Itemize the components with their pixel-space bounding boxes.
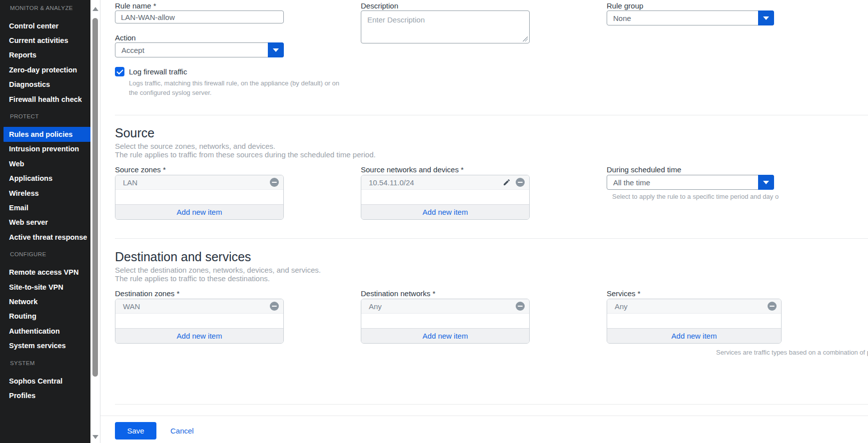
list-item: WAN [115,299,283,314]
remove-item-icon[interactable] [270,302,279,311]
sidebar-section-monitor-analyze: MONITOR & ANALYZE [0,5,90,18]
sidebar-item-site-to-site-vpn[interactable]: Site-to-site VPN [3,280,90,294]
add-new-item-button[interactable]: Add new item [361,204,529,219]
cancel-button[interactable]: Cancel [170,427,194,435]
rule-name-label: Rule name * [115,1,156,10]
chevron-down-icon [273,48,279,52]
chevron-down-icon [763,16,769,20]
rule-group-dropdown-button[interactable] [758,10,774,25]
sidebar-item-rules-and-policies[interactable]: Rules and policies [3,127,90,141]
destination-subtitle-1: Select the destination zones, networks, … [115,266,321,274]
list-item: Any [607,299,781,314]
action-dropdown[interactable]: Accept [115,42,284,57]
listbox-empty-area [115,190,283,204]
destination-zones-listbox: WAN Add new item [115,299,284,344]
minus-bar [272,306,277,307]
sidebar-item-wireless[interactable]: Wireless [3,186,90,200]
during-scheduled-time-value: All the time [607,175,758,189]
listbox-empty-area [115,314,283,328]
description-textarea[interactable] [361,10,530,43]
log-firewall-traffic-label[interactable]: Log firewall traffic [129,67,187,76]
listbox-empty-area [361,190,529,204]
main-content: Rule name * Description Rule group None … [100,0,868,443]
sidebar-item-zero-day-protection[interactable]: Zero-day protection [3,62,90,77]
add-new-item-button[interactable]: Add new item [115,328,283,343]
source-zones-label: Source zones * [115,165,166,174]
during-scheduled-time-button[interactable] [758,175,774,190]
services-listbox: Any Add new item [607,299,782,344]
rule-group-dropdown-value: None [607,11,758,25]
rule-group-label: Rule group [607,1,643,10]
listbox-empty-area [361,314,529,328]
action-dropdown-value: Accept [115,43,268,57]
list-item-label: LAN [123,178,270,187]
sidebar-item-diagnostics[interactable]: Diagnostics [3,77,90,92]
sidebar-scrollbar[interactable] [90,0,100,443]
sidebar-item-control-center[interactable]: Control center [3,18,90,33]
listbox-empty-area [607,314,781,328]
sidebar-item-web-server[interactable]: Web server [3,215,90,230]
log-firewall-traffic-help-1: Logs traffic, matching this firewall rul… [129,78,339,88]
sidebar-item-email[interactable]: Email [3,200,90,215]
add-new-item-button[interactable]: Add new item [115,204,283,219]
sidebar-item-sophos-central[interactable]: Sophos Central [3,374,90,388]
list-item: LAN [115,175,283,190]
sidebar-section-configure: CONFIGURE [0,251,90,265]
edit-pencil-icon[interactable] [503,178,511,187]
destination-zones-label: Destination zones * [115,289,179,298]
scrollbar-thumb[interactable] [92,18,98,377]
add-new-item-button[interactable]: Add new item [607,328,781,343]
rule-group-dropdown[interactable]: None [607,10,774,25]
remove-item-icon[interactable] [516,178,525,187]
save-button[interactable]: Save [115,422,156,440]
scrollbar-down-arrow-icon[interactable] [92,435,98,439]
description-field [361,10,530,43]
sidebar-item-authentication[interactable]: Authentication [3,324,90,338]
sidebar-item-applications[interactable]: Applications [3,171,90,186]
remove-item-icon[interactable] [270,178,279,187]
scrollbar-up-arrow-icon[interactable] [92,7,98,11]
add-new-item-button[interactable]: Add new item [361,328,529,343]
remove-item-icon[interactable] [768,302,777,311]
minus-bar [770,306,775,307]
sidebar-item-profiles[interactable]: Profiles [3,388,90,403]
source-subtitle-2: The rule applies to traffic from these s… [115,150,376,159]
footer-divider [100,416,868,416]
services-help: Services are traffic types based on a co… [716,348,868,357]
during-scheduled-time-help: Select to apply the rule to a specific t… [612,192,779,201]
action-label: Action [115,33,136,42]
sidebar-item-firewall-health-check[interactable]: Firewall health check [3,92,90,106]
sidebar-section-system: SYSTEM [0,360,90,374]
sidebar-item-intrusion-prevention[interactable]: Intrusion prevention [3,142,90,156]
list-item: Any [361,299,529,314]
check-icon [116,67,123,74]
action-dropdown-button[interactable] [268,42,284,57]
log-firewall-traffic-help-2: the configured syslog server. [129,88,211,97]
sidebar-item-system-services[interactable]: System services [3,338,90,353]
remove-item-icon[interactable] [516,302,525,311]
sidebar-item-routing[interactable]: Routing [3,309,90,324]
sidebar-item-current-activities[interactable]: Current activities [3,33,90,47]
destination-networks-listbox: Any Add new item [361,299,530,344]
source-section-title: Source [115,126,154,140]
sidebar-section-protect: PROTECT [0,113,90,127]
rule-name-input[interactable] [115,10,284,23]
list-item-label: 10.54.11.0/24 [369,178,503,187]
sidebar-item-active-threat-response[interactable]: Active threat response [3,230,90,244]
list-item: 10.54.11.0/24 [361,175,529,190]
source-zones-listbox: LAN Add new item [115,175,284,220]
during-scheduled-time-label: During scheduled time [607,165,681,174]
minus-bar [518,182,523,183]
source-subtitle-1: Select the source zones, networks, and d… [115,142,275,150]
log-firewall-traffic-checkbox[interactable] [115,67,124,76]
sidebar-item-web[interactable]: Web [3,156,90,171]
during-scheduled-time-dropdown[interactable]: All the time [607,175,774,190]
list-item-label: Any [615,302,768,311]
source-networks-label: Source networks and devices * [361,165,464,174]
list-item-label: Any [369,302,516,311]
minus-bar [272,182,277,183]
sidebar-item-reports[interactable]: Reports [3,48,90,62]
sidebar-item-network[interactable]: Network [3,294,90,309]
sidebar-item-remote-access-vpn[interactable]: Remote access VPN [3,265,90,279]
services-label: Services * [607,289,641,298]
